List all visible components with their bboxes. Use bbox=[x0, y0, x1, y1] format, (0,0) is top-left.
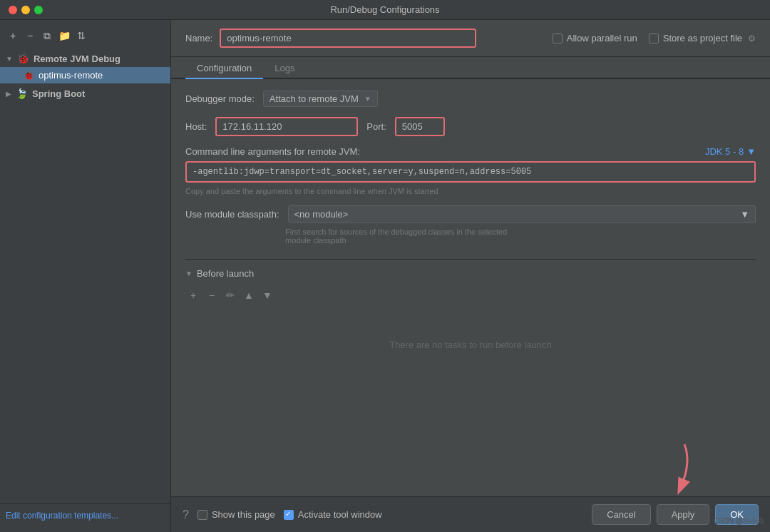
activate-tool-check-box[interactable] bbox=[284, 510, 294, 520]
debugger-mode-row: Debugger mode: Attach to remote JVM ▼ bbox=[185, 91, 756, 107]
sidebar-footer: Edit configuration templates... bbox=[0, 503, 170, 526]
config-item-label: optimus-remote bbox=[38, 70, 103, 81]
remote-jvm-debug-header[interactable]: ▼ 🐞 Remote JVM Debug bbox=[0, 50, 170, 67]
debugger-mode-value: Attach to remote JVM bbox=[270, 93, 359, 104]
sort-button[interactable]: ⇅ bbox=[74, 29, 88, 43]
sidebar-item-optimus-remote[interactable]: 🐞 optimus-remote bbox=[0, 67, 170, 83]
port-input[interactable] bbox=[395, 117, 445, 136]
module-classpath-row: Use module classpath: <no module> ▼ bbox=[185, 205, 756, 223]
config-header: Name: Allow parallel run Store as projec… bbox=[171, 20, 770, 57]
expand-arrow-icon: ▼ bbox=[6, 55, 13, 63]
apply-button[interactable]: Apply bbox=[657, 504, 710, 525]
show-page-checkbox[interactable]: Show this page bbox=[197, 509, 275, 520]
port-label: Port: bbox=[366, 121, 386, 132]
store-project-label: Store as project file bbox=[663, 33, 742, 44]
minimize-button[interactable] bbox=[21, 6, 30, 14]
cmdline-hint: Copy and paste the arguments to the comm… bbox=[185, 187, 756, 195]
spring-boot-label: Spring Boot bbox=[32, 88, 85, 99]
sidebar-toolbar: + − ⧉ 📁 ⇅ bbox=[0, 26, 170, 46]
sidebar: + − ⧉ 📁 ⇅ ▼ 🐞 Remote JVM Debug 🐞 optimus… bbox=[0, 20, 171, 532]
remote-jvm-debug-group: ▼ 🐞 Remote JVM Debug 🐞 optimus-remote bbox=[0, 48, 170, 85]
main-container: + − ⧉ 📁 ⇅ ▼ 🐞 Remote JVM Debug 🐞 optimus… bbox=[0, 20, 770, 532]
store-as-project-checkbox[interactable]: Store as project file ⚙ bbox=[649, 33, 756, 44]
jdk-version-link[interactable]: JDK 5 - 8 ▼ bbox=[705, 146, 756, 157]
jdk-version-text: JDK 5 - 8 bbox=[705, 146, 744, 157]
module-select-arrow-icon: ▼ bbox=[740, 209, 749, 220]
host-port-row: Host: Port: bbox=[185, 117, 756, 136]
module-classpath-label: Use module classpath: bbox=[185, 209, 279, 220]
allow-parallel-label: Allow parallel run bbox=[567, 33, 637, 44]
host-label: Host: bbox=[185, 121, 207, 132]
bottom-bar-left: ? Show this page Activate tool window bbox=[183, 508, 382, 521]
name-label: Name: bbox=[185, 33, 212, 44]
watermark: CSDN @小小鸟 bbox=[714, 516, 764, 526]
spring-collapsed-arrow-icon: ▶ bbox=[6, 90, 11, 98]
edit-templates-link[interactable]: Edit configuration templates... bbox=[6, 511, 118, 521]
cmdline-label-row: Command line arguments for remote JVM: J… bbox=[185, 146, 756, 157]
maximize-button[interactable] bbox=[34, 6, 43, 14]
parallel-run-check-box[interactable] bbox=[553, 34, 563, 44]
select-arrow-icon: ▼ bbox=[364, 95, 371, 103]
gear-icon[interactable]: ⚙ bbox=[748, 34, 756, 44]
bl-add-button[interactable]: + bbox=[185, 287, 201, 303]
config-item-icon: 🐞 bbox=[23, 70, 34, 81]
add-config-button[interactable]: + bbox=[6, 29, 20, 43]
bl-edit-button[interactable]: ✏ bbox=[222, 287, 238, 303]
dropdown-arrow-icon: ▼ bbox=[746, 146, 756, 157]
folder-button[interactable]: 📁 bbox=[57, 29, 71, 43]
activate-tool-window-checkbox[interactable]: Activate tool window bbox=[284, 509, 382, 520]
activate-tool-label: Activate tool window bbox=[298, 509, 382, 520]
content-area: Name: Allow parallel run Store as projec… bbox=[171, 20, 770, 532]
spring-boot-icon: 🍃 bbox=[16, 88, 28, 99]
before-launch-toolbar: + − ✏ ▲ ▼ bbox=[185, 285, 756, 306]
bl-down-button[interactable]: ▼ bbox=[260, 287, 275, 303]
name-row: Name: bbox=[185, 29, 541, 48]
module-classpath-value: <no module> bbox=[294, 209, 349, 220]
bl-up-button[interactable]: ▲ bbox=[241, 287, 257, 303]
debugger-mode-select[interactable]: Attach to remote JVM ▼ bbox=[263, 91, 378, 107]
dialog-title: Run/Debug Configurations bbox=[330, 4, 439, 15]
cancel-button[interactable]: Cancel bbox=[592, 504, 650, 525]
before-launch-expand-icon: ▼ bbox=[185, 270, 192, 277]
remove-config-button[interactable]: − bbox=[23, 29, 37, 43]
bottom-bar: ? Show this page Activate tool window Ca… bbox=[171, 496, 770, 532]
module-classpath-hint: First search for sources of the debugged… bbox=[185, 227, 756, 245]
before-launch-empty: There are no tasks to run before launch bbox=[185, 309, 756, 380]
tab-configuration[interactable]: Configuration bbox=[185, 57, 263, 79]
store-project-check-box[interactable] bbox=[649, 34, 659, 44]
copy-config-button[interactable]: ⧉ bbox=[40, 29, 54, 43]
cmdline-input[interactable] bbox=[185, 161, 756, 183]
spring-boot-group[interactable]: ▶ 🍃 Spring Boot bbox=[0, 85, 170, 102]
host-input[interactable] bbox=[215, 117, 358, 136]
allow-parallel-run-checkbox[interactable]: Allow parallel run bbox=[553, 33, 637, 44]
cmdline-label: Command line arguments for remote JVM: bbox=[185, 146, 360, 157]
name-input[interactable] bbox=[220, 29, 476, 48]
show-page-label: Show this page bbox=[212, 509, 275, 520]
title-bar: Run/Debug Configurations bbox=[0, 0, 770, 20]
before-launch-header[interactable]: ▼ Before launch bbox=[185, 268, 756, 279]
tabs-bar: Configuration Logs bbox=[171, 57, 770, 79]
remote-jvm-debug-label: Remote JVM Debug bbox=[34, 53, 120, 64]
module-classpath-select[interactable]: <no module> ▼ bbox=[288, 205, 756, 223]
help-icon[interactable]: ? bbox=[183, 508, 189, 521]
config-options: Allow parallel run Store as project file… bbox=[553, 33, 756, 44]
config-panel: Debugger mode: Attach to remote JVM ▼ Ho… bbox=[171, 79, 770, 496]
close-button[interactable] bbox=[9, 6, 17, 14]
window-controls[interactable] bbox=[9, 6, 43, 14]
before-launch-label: Before launch bbox=[197, 268, 254, 279]
before-launch-section: ▼ Before launch + − ✏ ▲ ▼ There are no t… bbox=[185, 259, 756, 380]
tab-logs[interactable]: Logs bbox=[263, 57, 306, 79]
debugger-mode-label: Debugger mode: bbox=[185, 93, 255, 104]
show-page-check-box[interactable] bbox=[197, 510, 207, 520]
bl-remove-button[interactable]: − bbox=[204, 287, 220, 303]
debug-group-icon: 🐞 bbox=[17, 53, 29, 64]
